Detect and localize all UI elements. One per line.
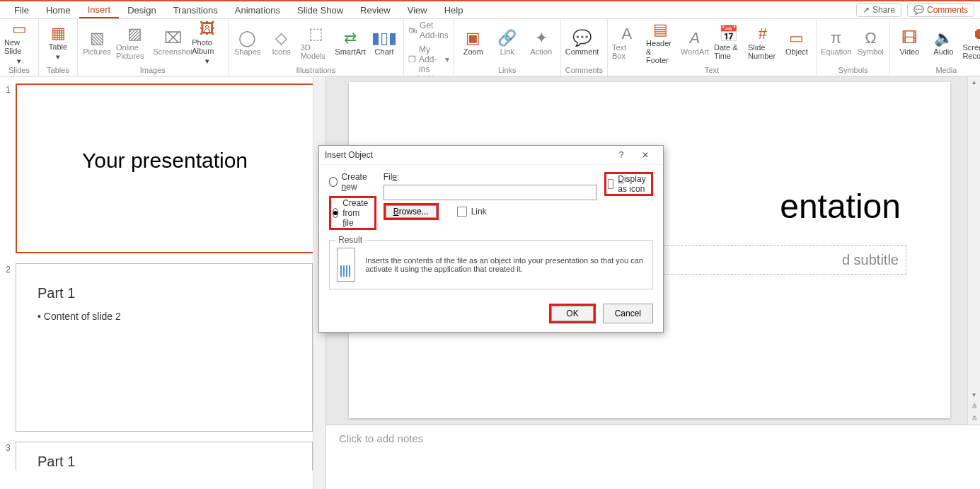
action-icon: ✦ [535,30,548,46]
tab-review[interactable]: Review [352,3,399,18]
tab-design[interactable]: Design [119,3,164,18]
shapes-icon: ◯ [238,30,256,46]
thumbnail-slide-2[interactable]: Part 1 • Content of slide 2 [16,263,313,432]
cancel-button[interactable]: Cancel [603,304,653,323]
new-slide-icon: ▭ [12,21,27,37]
pictures-button[interactable]: ▧Pictures [82,21,112,65]
radio-create-from-file[interactable]: Create from file [329,196,376,230]
result-label: Result [335,235,365,245]
thumb-number: 1 [6,84,16,253]
screenshot-button[interactable]: ⌧Screenshot [158,21,188,65]
zoom-button[interactable]: ▣Zoom [459,21,488,65]
group-images: Images [82,66,224,75]
tab-home[interactable]: Home [38,3,79,18]
link-label: Link [471,207,487,217]
group-links: Links [459,66,556,75]
result-icon [337,248,355,282]
dialog-titlebar: Insert Object ? ✕ [319,146,663,165]
icons-button[interactable]: ◇Icons [267,21,296,65]
wordart-button[interactable]: AWordArt [680,21,710,65]
display-as-icon-checkbox[interactable]: Display as icon [604,172,653,196]
ok-button[interactable]: OK [551,306,593,321]
comment-button[interactable]: 💬Comment [565,21,599,65]
textbox-button[interactable]: AText Box [612,21,642,65]
ribbon-tabs: File Home Insert Design Transitions Anim… [0,1,980,19]
file-label: File: [384,172,597,182]
equation-button[interactable]: πEquation [821,21,851,65]
tab-view[interactable]: View [399,3,436,18]
comment-icon: 💬 [572,30,592,46]
screenshot-icon: ⌧ [164,30,182,46]
chevron-down-icon: ▾ [445,54,449,64]
scroll-up-button[interactable]: ▴ [968,76,980,88]
header-footer-button[interactable]: ▤Header & Footer [646,21,676,65]
group-media: Media [894,66,980,75]
online-pictures-icon: ▨ [127,26,142,42]
checkbox-icon [608,179,614,189]
dialog-help-button[interactable]: ? [609,150,633,160]
thumbnail-slide-3[interactable]: Part 1 [16,442,313,471]
equation-icon: π [831,30,841,46]
browse-button[interactable]: Browse... [386,205,437,218]
table-icon: ▦ [51,25,66,41]
get-addins-button[interactable]: 🛍Get Add-ins [408,21,449,40]
tab-animations[interactable]: Animations [226,3,289,18]
pictures-icon: ▧ [90,30,105,46]
icons-icon: ◇ [275,30,287,46]
slide-thumbnails-panel: 1 Your presentation 2 Part 1 • Content o… [0,76,326,489]
share-icon: ↗ [863,5,870,15]
3d-models-button[interactable]: ⬚3D Models [301,21,331,65]
file-path-input[interactable] [384,185,597,200]
tab-insert[interactable]: Insert [79,2,120,18]
chevron-down-icon: ▾ [205,57,209,66]
action-button[interactable]: ✦Action [526,21,556,65]
screen-recording-icon: ⏺ [972,26,980,42]
slide-number-button[interactable]: #Slide Number [748,21,778,65]
comment-icon: 💬 [913,5,924,15]
audio-button[interactable]: 🔈Audio [928,21,958,65]
shapes-button[interactable]: ◯Shapes [233,21,263,65]
link-checkbox[interactable] [457,207,467,217]
link-icon: 🔗 [497,30,517,46]
radio-create-new[interactable]: Create new [329,172,376,192]
share-button[interactable]: ↗Share [856,3,901,17]
thumb-body: • Content of slide 2 [38,311,121,322]
photo-album-icon: 🖼 [200,21,215,37]
symbol-button[interactable]: ΩSymbol [855,21,885,65]
3d-models-icon: ⬚ [309,26,323,42]
tab-file[interactable]: File [6,3,38,18]
link-button[interactable]: 🔗Link [492,21,522,65]
video-button[interactable]: 🎞Video [894,21,924,65]
slide-number-icon: # [759,26,767,42]
symbol-icon: Ω [865,30,876,46]
tab-help[interactable]: Help [436,3,472,18]
online-pictures-button[interactable]: ▨Online Pictures [116,21,154,65]
comments-button[interactable]: 💬Comments [907,3,974,17]
dialog-close-button[interactable]: ✕ [633,150,657,160]
smartart-button[interactable]: ⇄SmartArt [335,21,365,65]
chart-button[interactable]: ▮▯▮Chart [369,21,399,65]
tab-slideshow[interactable]: Slide Show [289,3,352,18]
audio-icon: 🔈 [934,30,953,46]
store-icon: 🛍 [408,25,417,35]
table-button[interactable]: ▦Table▾ [43,21,73,65]
insert-object-dialog: Insert Object ? ✕ Create new Create from… [318,145,664,333]
thumb-number: 3 [6,442,16,471]
tab-transitions[interactable]: Transitions [165,3,226,18]
thumb-title: Part 1 [38,285,75,301]
thumbnail-slide-1[interactable]: Your presentation [16,84,314,253]
chart-icon: ▮▯▮ [371,30,397,46]
next-slide-button[interactable]: ≛ [968,413,980,425]
notes-pane[interactable]: Click to add notes [326,425,980,489]
smartart-icon: ⇄ [344,30,357,46]
prev-slide-button[interactable]: ≜ [968,401,980,413]
video-icon: 🎞 [901,30,917,46]
scroll-down-button[interactable]: ▾ [968,389,980,401]
photo-album-button[interactable]: 🖼Photo Album▾ [192,21,223,65]
my-addins-button[interactable]: ❐My Add-ins ▾ [408,45,449,74]
object-button[interactable]: ▭Object [782,21,812,65]
screen-recording-button[interactable]: ⏺Screen Recording [962,21,980,65]
date-time-button[interactable]: 📅Date & Time [714,21,744,65]
new-slide-button[interactable]: ▭New Slide▾ [4,21,34,65]
canvas-scrollbar[interactable]: ▴ ▾ ≜ ≛ [967,76,980,425]
